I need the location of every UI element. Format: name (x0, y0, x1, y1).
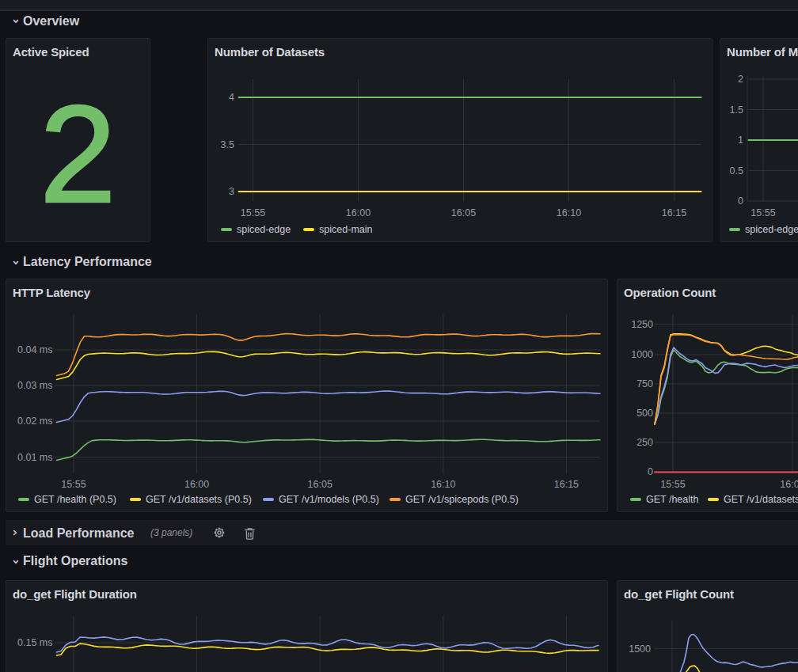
svg-text:3: 3 (229, 186, 234, 197)
svg-text:500: 500 (636, 408, 653, 419)
svg-text:2: 2 (738, 74, 743, 85)
svg-text:16:10: 16:10 (431, 479, 455, 490)
svg-text:0.04 ms: 0.04 ms (17, 344, 52, 355)
svg-text:16:15: 16:15 (554, 479, 579, 490)
svg-text:16:05: 16:05 (451, 207, 476, 218)
svg-text:0.01 ms: 0.01 ms (17, 452, 52, 463)
svg-text:16:10: 16:10 (557, 207, 581, 218)
svg-text:0.15 ms: 0.15 ms (17, 637, 52, 648)
svg-text:250: 250 (636, 437, 653, 448)
svg-text:1250: 1250 (631, 319, 653, 330)
svg-text:0.5: 0.5 (730, 165, 743, 177)
svg-text:0.02 ms: 0.02 ms (17, 416, 52, 427)
svg-text:1000: 1000 (631, 349, 653, 360)
svg-text:750: 750 (636, 378, 653, 389)
svg-text:15:55: 15:55 (61, 479, 86, 490)
svg-text:1: 1 (738, 135, 743, 146)
svg-text:3.5: 3.5 (221, 139, 234, 150)
svg-text:16:05: 16:05 (308, 479, 332, 490)
svg-text:16:00: 16:00 (184, 479, 209, 490)
svg-text:4: 4 (229, 92, 234, 103)
svg-text:0.03 ms: 0.03 ms (17, 380, 52, 391)
svg-text:1500: 1500 (629, 644, 651, 655)
svg-text:0: 0 (648, 466, 653, 477)
svg-text:16:00: 16:00 (346, 207, 370, 218)
svg-text:0: 0 (738, 196, 743, 207)
svg-text:15:55: 15:55 (241, 207, 265, 218)
svg-text:15:55: 15:55 (750, 207, 775, 218)
svg-text:16:00: 16:00 (780, 479, 798, 490)
svg-text:15:55: 15:55 (660, 479, 685, 490)
svg-text:16:15: 16:15 (662, 207, 686, 218)
svg-text:1.5: 1.5 (730, 104, 743, 116)
